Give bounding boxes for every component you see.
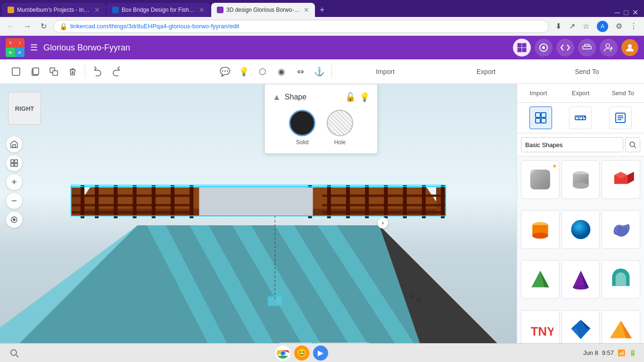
tab-2[interactable]: Box Bridge Design for Fish Ladd... ✕ (107, 3, 210, 17)
svg-point-85 (573, 182, 588, 189)
svg-rect-68 (541, 118, 546, 123)
close-btn[interactable]: ✕ (632, 8, 638, 17)
grid-view-button[interactable] (529, 107, 552, 129)
viewport[interactable]: RIGHT (0, 84, 517, 362)
search-button[interactable] (625, 137, 640, 152)
import-panel-button[interactable]: Import (517, 84, 560, 102)
ruler-view-button[interactable] (569, 107, 592, 129)
shape-category-dropdown[interactable]: Basic ShapesLettersNumbersSymbolsConnect… (521, 137, 623, 152)
hamburger-button[interactable]: ☰ (30, 42, 38, 53)
shape-item-cylinder[interactable] (561, 160, 600, 199)
forward-button[interactable]: → (21, 20, 34, 33)
import-button[interactable]: Import (336, 64, 435, 79)
header-right (513, 39, 638, 57)
logo-tl: T (6, 38, 15, 48)
collapse-panel-button[interactable]: ▲ (272, 92, 281, 102)
undo-button[interactable] (89, 63, 106, 80)
extensions-icon[interactable]: ⚙ (613, 20, 625, 33)
taskbar-emoji[interactable]: 😊 (294, 346, 309, 361)
center-button[interactable] (6, 211, 23, 228)
tab-close-1[interactable]: ✕ (94, 6, 100, 14)
address-bar: ← → ↻ 🔒 tinkercad.com/things/3dr8uEHPqa4… (0, 17, 644, 36)
shape-item-orange-cylinder[interactable] (521, 210, 560, 249)
solid-option[interactable]: Solid (289, 110, 315, 146)
profile-icon[interactable]: A (594, 19, 611, 34)
collapse-right-button[interactable]: › (377, 217, 388, 229)
address-input[interactable]: 🔒 tinkercad.com/things/3dr8uEHPqa4-glori… (53, 20, 549, 33)
send-to-panel-button[interactable]: Send To (602, 84, 644, 102)
svg-point-91 (532, 232, 548, 239)
svg-rect-55 (13, 145, 16, 148)
tab-close-3[interactable]: ✕ (304, 6, 309, 14)
logo-br: K (15, 48, 25, 57)
export-panel-button[interactable]: Export (560, 84, 602, 102)
svg-point-92 (571, 220, 590, 239)
panel-actions: Import Export Send To (517, 84, 644, 103)
home-button[interactable] (6, 136, 23, 153)
maximize-btn[interactable]: □ (624, 8, 628, 17)
taskbar-chrome[interactable] (275, 346, 290, 361)
tab-close-2[interactable]: ✕ (199, 6, 205, 14)
new-button[interactable] (8, 63, 25, 80)
shape-panel-title: Shape (285, 93, 306, 101)
visibility-icon[interactable]: 💡 (359, 92, 370, 102)
hole-option[interactable]: Hole (327, 110, 353, 146)
comment-button[interactable]: 💬 (216, 63, 233, 80)
gallery-button[interactable] (513, 39, 531, 57)
back-button[interactable]: ← (4, 20, 17, 33)
redo-button[interactable] (108, 63, 125, 80)
shape-item-box[interactable] (602, 160, 640, 199)
tab-1[interactable]: Mumbelbum's Projects - Instruc... ✕ (2, 3, 106, 17)
shape-item-rounded-box[interactable]: ★ (521, 160, 560, 199)
shape-item-sphere[interactable] (561, 210, 600, 249)
shape-item-abstract[interactable] (602, 210, 640, 249)
viewport-button[interactable]: ◉ (273, 63, 290, 80)
svg-rect-57 (15, 160, 17, 163)
zoom-out-button[interactable] (6, 192, 23, 209)
light-button[interactable]: 💡 (235, 63, 252, 80)
tab-3[interactable]: 3D design Glorious Borwo-Fyyra... ✕ (211, 3, 315, 17)
copy-button[interactable] (26, 63, 43, 80)
export-button[interactable]: Export (437, 64, 536, 79)
duplicate-button[interactable] (45, 63, 62, 80)
shape-panel-icons: 🔓 💡 (345, 92, 370, 102)
send-to-button[interactable]: Send To (537, 64, 636, 79)
refresh-button[interactable]: ↻ (38, 20, 50, 33)
notes-view-button[interactable] (609, 107, 632, 129)
lock-icon[interactable]: 🔓 (345, 92, 355, 102)
shape-item-green-pyramid[interactable] (521, 260, 560, 299)
shape-item-arch[interactable] (602, 260, 640, 299)
codeblocks-button[interactable] (556, 39, 574, 57)
svg-rect-2 (518, 48, 521, 52)
app-title: Glorious Borwo-Fyyran (43, 43, 507, 53)
share-icon[interactable]: ↗ (566, 20, 578, 33)
menu-icon[interactable]: ⋮ (627, 20, 640, 33)
mirror-button[interactable]: ⇔ (292, 63, 309, 80)
wifi-icon: 📶 (618, 349, 625, 356)
taskbar-search-icon[interactable] (8, 346, 21, 360)
svg-rect-36 (152, 185, 156, 218)
svg-rect-12 (33, 68, 39, 74)
bookmark-icon[interactable]: ☆ (580, 20, 592, 33)
taskbar-app3[interactable]: ▶ (313, 346, 328, 361)
downloads-icon[interactable]: ⬇ (553, 20, 564, 33)
zoom-in-button[interactable] (6, 173, 23, 190)
view-cube[interactable]: RIGHT (6, 90, 43, 127)
shape-item-purple-cone[interactable] (561, 260, 600, 299)
fit-button[interactable] (6, 155, 23, 172)
align-button[interactable]: ⚓ (311, 63, 328, 80)
svg-rect-3 (522, 48, 526, 52)
bricks-button[interactable] (578, 39, 596, 57)
tinker-button[interactable] (535, 39, 553, 57)
delete-button[interactable] (64, 63, 81, 80)
svg-point-79 (630, 142, 635, 147)
new-tab-button[interactable]: + (318, 3, 327, 17)
svg-point-53 (411, 295, 414, 298)
svg-rect-6 (583, 46, 591, 49)
profile-avatar[interactable] (621, 39, 638, 56)
toolbar-separator-1 (85, 65, 85, 78)
cube-face-right[interactable]: RIGHT (8, 92, 41, 125)
minimize-btn[interactable]: ─ (615, 8, 620, 17)
add-person-button[interactable] (600, 39, 618, 57)
shape-button[interactable]: ⬡ (254, 63, 271, 80)
